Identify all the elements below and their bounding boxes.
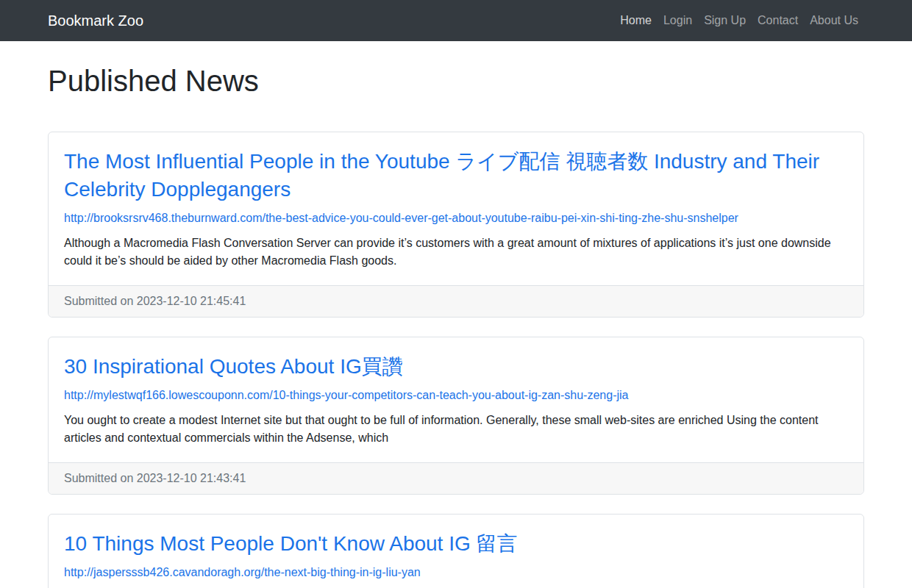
main-content: Published News The Most Influential Peop… <box>37 63 875 588</box>
news-card-body: The Most Influential People in the Youtu… <box>49 132 863 285</box>
news-card: 30 Inspirational Quotes About IG買讚 http:… <box>48 337 864 495</box>
news-card-body: 10 Things Most People Don't Know About I… <box>49 514 863 588</box>
news-title-link[interactable]: 30 Inspirational Quotes About IG買讚 <box>64 355 403 378</box>
news-url-link[interactable]: http://mylestwqf166.lowescouponn.com/10-… <box>64 387 628 404</box>
news-description: Although a Macromedia Flash Conversation… <box>64 234 848 270</box>
news-card-body: 30 Inspirational Quotes About IG買讚 http:… <box>49 337 863 462</box>
news-url-link[interactable]: http://jaspersssb426.cavandoragh.org/the… <box>64 564 421 581</box>
news-card-footer: Submitted on 2023-12-10 21:43:41 <box>49 462 863 494</box>
nav-link-contact[interactable]: Contact <box>752 8 804 32</box>
news-title: 10 Things Most People Don't Know About I… <box>64 530 848 558</box>
news-description: You ought to create a modest Internet si… <box>64 412 848 447</box>
news-title-link[interactable]: The Most Influential People in the Youtu… <box>64 150 819 201</box>
submitted-text: Submitted on 2023-12-10 21:43:41 <box>64 472 246 484</box>
news-title: The Most Influential People in the Youtu… <box>64 148 848 204</box>
submitted-text: Submitted on 2023-12-10 21:45:41 <box>64 295 246 307</box>
news-card-footer: Submitted on 2023-12-10 21:45:41 <box>49 285 863 317</box>
nav-link-about[interactable]: About Us <box>804 8 864 32</box>
news-card: 10 Things Most People Don't Know About I… <box>48 514 864 588</box>
page-title: Published News <box>48 63 864 98</box>
nav-menu: Home Login Sign Up Contact About Us <box>614 14 864 27</box>
news-title: 30 Inspirational Quotes About IG買讚 <box>64 353 848 381</box>
news-card: The Most Influential People in the Youtu… <box>48 132 864 318</box>
news-title-link[interactable]: 10 Things Most People Don't Know About I… <box>64 532 518 555</box>
nav-link-home[interactable]: Home <box>614 8 658 32</box>
nav-link-signup[interactable]: Sign Up <box>698 8 752 32</box>
news-url-link[interactable]: http://brooksrsrv468.theburnward.com/the… <box>64 210 738 226</box>
brand-link[interactable]: Bookmark Zoo <box>48 13 143 28</box>
nav-link-login[interactable]: Login <box>658 8 698 32</box>
navbar: Bookmark Zoo Home Login Sign Up Contact … <box>0 0 912 41</box>
